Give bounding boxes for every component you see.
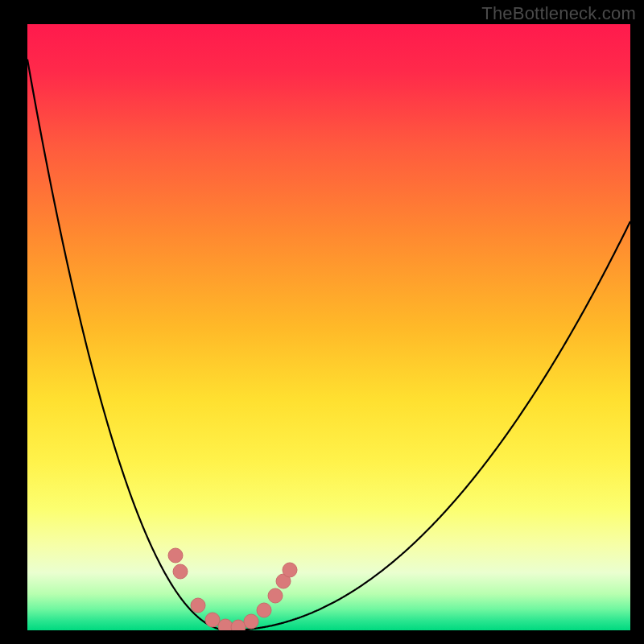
marker-dot	[231, 620, 246, 630]
marker-dot	[244, 614, 258, 629]
marker-dot	[173, 564, 188, 579]
curve-layer	[27, 24, 630, 630]
watermark-label: TheBottleneck.com	[481, 3, 636, 24]
marker-dot	[283, 563, 297, 577]
marker-dot	[168, 548, 183, 563]
plot-area	[27, 24, 630, 630]
highlight-markers	[168, 548, 297, 630]
marker-dot	[257, 603, 271, 617]
bottleneck-curve	[27, 60, 630, 630]
chart-viewport: TheBottleneck.com	[0, 0, 644, 644]
marker-dot	[205, 613, 220, 627]
marker-dot	[218, 619, 233, 630]
marker-dot	[268, 588, 283, 603]
marker-dot	[191, 598, 205, 613]
